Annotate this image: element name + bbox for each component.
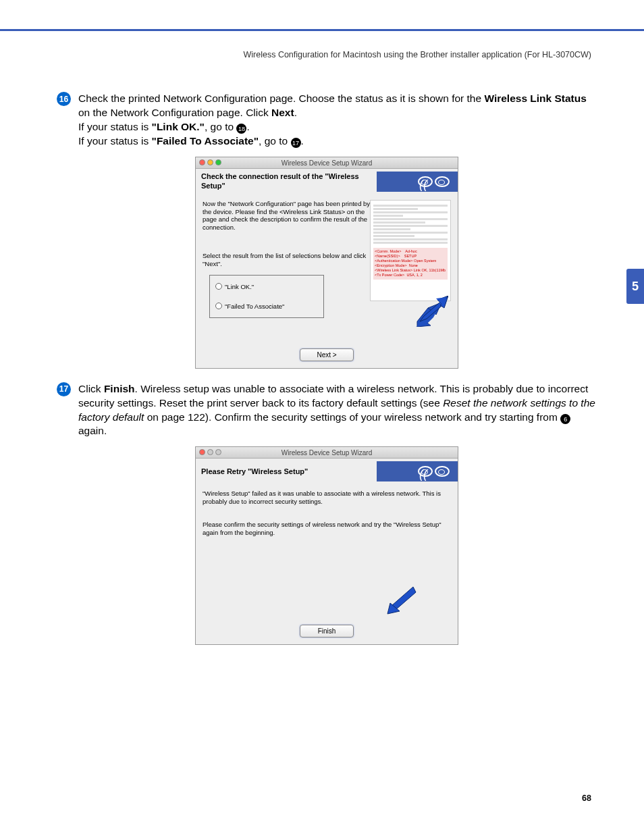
wizard1-header: Check the connection result of the "Wire… <box>196 169 458 194</box>
minimize-icon[interactable] <box>207 159 213 165</box>
finish-button[interactable]: Finish <box>300 625 354 637</box>
radio-icon <box>215 283 222 290</box>
wizard2-para1: "Wireless Setup" failed as it was unable… <box>203 490 451 506</box>
step-17-circle: 17 <box>57 382 71 396</box>
radio-failed-label: "Failed To Associate" <box>225 303 284 310</box>
wifi-logo-icon: (( <box>377 461 458 481</box>
inline-step-ref-icon: 17 <box>291 138 301 148</box>
radio-icon <box>215 303 222 309</box>
wizard1-footer: Next > <box>196 343 458 368</box>
page-number: 68 <box>582 793 591 803</box>
wizard-dialog-2: Wireless Device Setup Wizard Please Retr… <box>195 446 458 645</box>
wizard1-para2: Select the result from the list of selec… <box>203 252 378 268</box>
window-controls <box>199 159 221 165</box>
wizard2-window-title: Wireless Device Setup Wizard <box>281 449 372 457</box>
wizard1-para1: Now the "Network Configuration" page has… <box>203 200 378 232</box>
wizard2-footer: Finish <box>196 619 458 644</box>
next-button[interactable]: Next > <box>300 348 354 361</box>
zoom-icon[interactable] <box>215 159 221 165</box>
step-number-badge: 17 <box>57 382 73 439</box>
step-17: 17 Click Finish. Wireless setup was unab… <box>57 382 597 439</box>
inline-step-ref-icon: 18 <box>236 124 246 134</box>
wizard2-heading: Please Retry "Wireless Setup" <box>201 467 308 477</box>
wizard1-heading: Check the connection result of the "Wire… <box>201 172 363 191</box>
wizard2-titlebar: Wireless Device Setup Wizard <box>196 447 458 459</box>
top-bar <box>0 0 644 31</box>
main-content: 16 Check the printed Network Configurati… <box>0 59 644 645</box>
zoom-icon <box>215 449 221 455</box>
radio-link-ok[interactable]: "Link OK." <box>215 283 318 290</box>
wizard1-window-title: Wireless Device Setup Wizard <box>281 159 372 167</box>
close-icon[interactable] <box>199 159 205 165</box>
wizard2-body: "Wireless Setup" failed as it was unable… <box>196 484 458 619</box>
radio-link-ok-label: "Link OK." <box>225 283 254 290</box>
step-16-text: Check the printed Network Configuration … <box>78 92 597 149</box>
config-page-preview: <Comm. Mode> Ad-hoc <Name(SSID)> SETUP <… <box>370 200 451 301</box>
window-controls <box>199 449 221 455</box>
wifi-logo-icon: (( <box>377 172 458 192</box>
wizard1-radio-group: "Link OK." "Failed To Associate" <box>209 275 324 318</box>
step-number-badge: 16 <box>57 92 73 149</box>
page-header: Wireless Configuration for Macintosh usi… <box>0 31 644 59</box>
wizard1-body: Now the "Network Configuration" page has… <box>196 194 458 343</box>
chapter-tab: 5 <box>626 269 644 304</box>
minimize-icon <box>207 449 213 455</box>
wizard2-header: Please Retry "Wireless Setup" (( <box>196 459 458 484</box>
inline-step-ref-icon: 6 <box>560 414 570 424</box>
wizard1-titlebar: Wireless Device Setup Wizard <box>196 157 458 169</box>
close-icon[interactable] <box>199 449 205 455</box>
step-16-circle: 16 <box>57 92 71 106</box>
wizard-dialog-1: Wireless Device Setup Wizard Check the c… <box>195 157 458 369</box>
wizard2-para2: Please confirm the security settings of … <box>203 521 451 537</box>
preview-status-block: <Comm. Mode> Ad-hoc <Name(SSID)> SETUP <… <box>373 248 448 280</box>
step-16: 16 Check the printed Network Configurati… <box>57 92 597 149</box>
arrow-icon <box>417 296 448 324</box>
radio-failed-associate[interactable]: "Failed To Associate" <box>215 303 318 310</box>
arrow-icon <box>383 585 417 615</box>
step-17-text: Click Finish. Wireless setup was unable … <box>78 382 597 439</box>
